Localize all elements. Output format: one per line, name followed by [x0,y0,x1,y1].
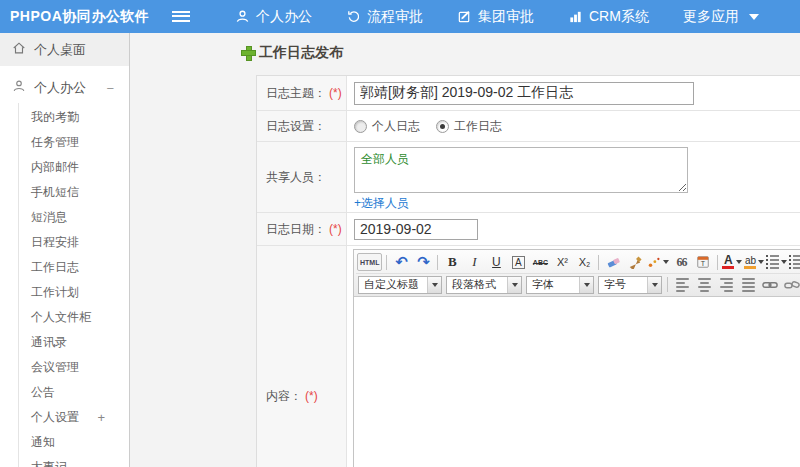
sidebar-item-short-message[interactable]: 短消息 [19,205,129,230]
underline-button[interactable]: U [486,253,506,271]
toolbar-row-1: HTML ↶ ↷ B I U A ABC X² [356,251,800,273]
sidebar-item-schedule[interactable]: 日程安排 [19,230,129,255]
font-background-button[interactable]: A [508,253,528,271]
person-icon [235,9,250,24]
link-button[interactable] [760,276,780,294]
top-bar: PHPOA协同办公软件 个人办公 流程审批 [0,0,800,33]
nav-crm-system[interactable]: CRM系统 [551,0,666,33]
select-people-link[interactable]: +选择人员 [354,195,409,212]
sidebar-item-contacts[interactable]: 通讯录 [19,330,129,355]
align-center-button[interactable] [694,276,714,294]
toolbar-row-2: 自定义标题 段落格式 字体 字号 [356,273,800,295]
sidebar: 个人桌面 个人办公 − 我的考勤 任务管理 内部邮件 手机短信 短消息 日程安排… [0,33,130,467]
align-justify-button[interactable] [738,276,758,294]
sidebar-item-file-cabinet[interactable]: 个人文件柜 [19,305,129,330]
strikethrough-button[interactable]: ABC [530,253,550,271]
edit-icon [457,9,472,24]
sidebar-item-mobile-sms[interactable]: 手机短信 [19,180,129,205]
editor-toolbar: HTML ↶ ↷ B I U A ABC X² [354,250,800,297]
radio-personal-log[interactable]: 个人日志 [354,118,420,135]
collapse-icon[interactable]: − [106,80,114,95]
bar-chart-icon [568,9,583,24]
highlight-color-button[interactable]: ab [744,253,764,271]
date-row: 日志日期：(*) [257,213,800,246]
ordered-list-button[interactable] [766,253,787,271]
settings-row: 日志设置： 个人日志 工作日志 [257,111,800,142]
rich-text-editor: HTML ↶ ↷ B I U A ABC X² [353,249,800,467]
heading-select[interactable]: 自定义标题 [358,276,442,294]
align-right-button[interactable] [716,276,736,294]
hamburger-menu-icon[interactable] [172,11,190,22]
italic-button[interactable]: I [464,253,484,271]
share-row: 共享人员： 全部人员 +选择人员 [257,142,800,213]
svg-text:T: T [701,260,706,267]
unordered-list-button[interactable] [789,253,800,271]
subscript-button[interactable]: X₂ [574,253,594,271]
content-row: 内容：(*) HTML ↶ ↷ B I [257,246,800,467]
sidebar-item-personal-office[interactable]: 个人办公 − [0,72,129,103]
sidebar-item-personal-settings[interactable]: 个人设置 + [19,405,129,430]
sidebar-item-work-plan[interactable]: 工作计划 [19,280,129,305]
paragraph-format-select[interactable]: 段落格式 [446,276,522,294]
expand-icon[interactable]: + [97,405,105,430]
sidebar-item-personal-desktop[interactable]: 个人桌面 [0,33,129,66]
html-source-button[interactable]: HTML [357,253,382,271]
font-color-button[interactable]: A [722,253,742,271]
caret-down-icon [749,14,759,20]
person-icon [12,79,26,96]
sidebar-submenu: 我的考勤 任务管理 内部邮件 手机短信 短消息 日程安排 工作日志 工作计划 个… [18,103,129,467]
editor-content-area[interactable] [354,297,800,467]
subject-input[interactable] [354,82,694,105]
log-date-input[interactable] [354,219,478,240]
nav-more-apps[interactable]: 更多应用 [666,0,776,33]
work-log-form: 日志主题：(*) 日志设置： 个人日志 [256,75,800,467]
nav-group-approval[interactable]: 集团审批 [440,0,551,33]
sidebar-item-attendance[interactable]: 我的考勤 [19,105,129,130]
autotypeset-icon[interactable] [647,253,669,271]
app-brand: PHPOA协同办公软件 [0,8,172,26]
process-icon [346,9,361,24]
radio-checked-icon[interactable] [436,120,449,133]
blockquote-icon[interactable]: 66 [671,253,691,271]
home-icon [12,41,26,58]
sidebar-item-announcements[interactable]: 公告 [19,380,129,405]
font-size-select[interactable]: 字号 [598,276,662,294]
sidebar-item-work-log[interactable]: 工作日志 [19,255,129,280]
undo-icon[interactable]: ↶ [391,253,411,271]
sidebar-item-notifications[interactable]: 通知 [19,430,129,455]
date-insert-icon[interactable]: T [693,253,713,271]
redo-icon[interactable]: ↷ [413,253,433,271]
nav-process-approval[interactable]: 流程审批 [329,0,440,33]
share-people-textarea[interactable]: 全部人员 [354,147,688,193]
unlink-button[interactable] [782,276,800,294]
share-label: 共享人员： [257,142,347,212]
page-title: 工作日志发布 [242,44,343,62]
main-content: 工作日志发布 日志主题：(*) 日志设置： [130,33,800,467]
eraser-icon[interactable] [603,253,623,271]
nav-personal-office[interactable]: 个人办公 [218,0,329,33]
subject-label: 日志主题：(*) [257,76,347,110]
radio-work-log[interactable]: 工作日志 [436,118,502,135]
subject-row: 日志主题：(*) [257,76,800,111]
sidebar-item-tasks[interactable]: 任务管理 [19,130,129,155]
font-family-select[interactable]: 字体 [526,276,594,294]
superscript-button[interactable]: X² [552,253,572,271]
align-left-button[interactable] [672,276,692,294]
top-nav: 个人办公 流程审批 集团审批 CRM系统 [218,0,776,33]
settings-label: 日志设置： [257,111,347,141]
sidebar-item-internal-mail[interactable]: 内部邮件 [19,155,129,180]
radio-unchecked-icon[interactable] [354,120,367,133]
add-icon [242,47,255,60]
content-label: 内容：(*) [257,246,347,467]
date-label: 日志日期：(*) [257,213,347,245]
sidebar-item-meetings[interactable]: 会议管理 [19,355,129,380]
format-painter-icon[interactable] [625,253,645,271]
bold-button[interactable]: B [442,253,462,271]
sidebar-item-memorabilia[interactable]: 大事记 [19,455,129,467]
